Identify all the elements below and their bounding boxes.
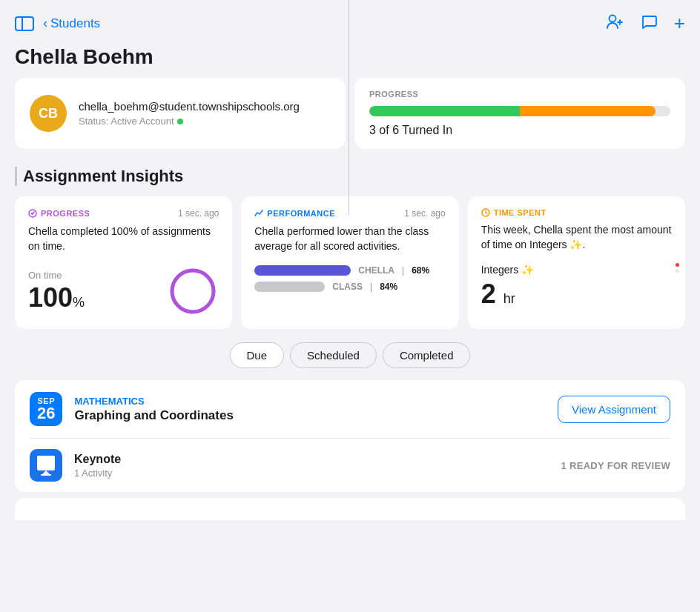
progress-badge-label: PROGRESS <box>41 209 90 218</box>
insight-performance-header: PERFORMANCE 1 sec. ago <box>254 208 445 219</box>
page-title: Chella Boehm <box>0 42 700 78</box>
svg-rect-7 <box>37 456 55 470</box>
activity-row: Keynote 1 Activity 1 READY FOR REVIEW <box>15 439 685 492</box>
assignment-info: MATHEMATICS Graphing and Coordinates <box>74 396 546 423</box>
time-badge-label: TIME SPENT <box>494 208 547 217</box>
assignment-header: SEP 26 MATHEMATICS Graphing and Coordina… <box>15 380 685 438</box>
svg-point-0 <box>609 15 615 21</box>
avatar: CB <box>30 95 67 132</box>
chella-bar-row: CHELLA | 68% <box>254 265 445 276</box>
profile-card: CB chella_boehm@student.townshipschools.… <box>15 78 346 149</box>
svg-marker-8 <box>42 470 50 474</box>
filter-row: Due Scheduled Completed <box>0 329 700 380</box>
progress-desc: Chella completed 100% of assignments on … <box>28 224 219 253</box>
insight-progress-header: PROGRESS 1 sec. ago <box>28 208 219 219</box>
profile-info: chella_boehm@student.townshipschools.org… <box>79 100 300 127</box>
dot-indicator <box>676 263 679 273</box>
section-border: Assignment Insights <box>15 167 685 186</box>
on-time-unit: % <box>73 295 85 310</box>
section-title: Assignment Insights <box>23 167 183 185</box>
progress-card: PROGRESS 3 of 6 Turned In <box>354 78 685 149</box>
performance-timestamp: 1 sec. ago <box>404 208 445 219</box>
insight-performance-card: PERFORMANCE 1 sec. ago Chella performed … <box>241 196 458 329</box>
assignment-title: Graphing and Coordinates <box>74 408 546 423</box>
performance-badge: PERFORMANCE <box>254 209 335 218</box>
vertical-divider <box>349 0 349 215</box>
top-bar-left: ‹ Students <box>15 16 100 31</box>
activity-status: 1 READY FOR REVIEW <box>561 460 670 471</box>
time-unit: hr <box>503 291 515 306</box>
time-detail: Integers ✨ 2 hr <box>481 264 672 310</box>
back-button[interactable]: ‹ Students <box>43 16 100 31</box>
profile-email: chella_boehm@student.townshipschools.org <box>79 100 300 113</box>
time-value: 2 hr <box>481 279 672 310</box>
bottom-hint <box>0 498 700 520</box>
performance-bars: CHELLA | 68% CLASS | 84% <box>254 265 445 292</box>
progress-bar <box>369 106 670 116</box>
keynote-svg <box>35 455 57 476</box>
chat-icon[interactable] <box>640 13 658 34</box>
date-badge: SEP 26 <box>30 392 62 426</box>
screen: ‹ Students + Chella Boehm <box>0 0 700 612</box>
filter-scheduled[interactable]: Scheduled <box>290 342 377 368</box>
svg-rect-9 <box>41 474 51 476</box>
class-bar-row: CLASS | 84% <box>254 282 445 292</box>
insight-time-header: TIME SPENT <box>481 208 672 217</box>
class-label: CLASS <box>332 282 363 292</box>
time-badge: TIME SPENT <box>481 208 547 217</box>
progress-circle-svg <box>167 265 219 317</box>
top-bar-right: + <box>606 12 685 35</box>
on-time-info: On time 100% <box>28 270 85 313</box>
progress-green <box>369 106 520 116</box>
chella-bar <box>254 265 351 276</box>
view-assignment-button[interactable]: View Assignment <box>558 396 670 423</box>
section-header-container: Assignment Insights <box>0 161 700 196</box>
class-pct: 84% <box>380 282 397 292</box>
activity-name: Keynote <box>74 453 549 466</box>
status-text: Status: Active Account <box>79 116 174 127</box>
bottom-card-partial <box>15 498 685 520</box>
dot-2 <box>676 269 679 273</box>
performance-badge-label: PERFORMANCE <box>267 209 335 218</box>
insight-progress-card: PROGRESS 1 sec. ago Chella completed 100… <box>15 196 232 329</box>
progress-timestamp: 1 sec. ago <box>178 208 219 219</box>
chevron-left-icon: ‹ <box>43 16 47 31</box>
info-row: CB chella_boehm@student.townshipschools.… <box>0 78 700 161</box>
back-label: Students <box>50 16 100 31</box>
person-add-icon[interactable] <box>606 13 624 34</box>
time-number: 2 <box>481 279 496 309</box>
on-time-label: On time <box>28 270 85 281</box>
performance-desc: Chella performed lower than the class av… <box>254 224 445 253</box>
progress-badge: PROGRESS <box>28 209 90 218</box>
progress-orange <box>520 106 656 116</box>
insight-time-card: TIME SPENT This week, Chella spent the m… <box>468 196 685 329</box>
insights-row: PROGRESS 1 sec. ago Chella completed 100… <box>0 196 700 329</box>
date-day: 26 <box>37 405 55 422</box>
assignment-section: SEP 26 MATHEMATICS Graphing and Coordina… <box>0 380 700 492</box>
dot-1 <box>676 263 679 267</box>
on-time-value: 100% <box>28 282 85 313</box>
assignment-subject: MATHEMATICS <box>74 396 546 407</box>
on-time-number: 100 <box>28 282 73 313</box>
filter-due[interactable]: Due <box>230 342 285 368</box>
time-topic: Integers ✨ <box>481 264 672 276</box>
add-icon[interactable]: + <box>674 12 685 35</box>
activity-info: Keynote 1 Activity <box>74 453 549 479</box>
progress-circle-row: On time 100% <box>28 265 219 317</box>
progress-summary: 3 of 6 Turned In <box>369 124 670 137</box>
time-desc: This week, Chella spent the most amount … <box>481 223 672 252</box>
activity-icon <box>30 449 62 482</box>
profile-status: Status: Active Account <box>79 116 300 127</box>
activity-count: 1 Activity <box>74 468 549 479</box>
class-bar <box>254 282 325 292</box>
chella-pct: 68% <box>412 265 429 276</box>
status-dot <box>177 119 183 124</box>
svg-point-5 <box>172 270 214 312</box>
assignment-card: SEP 26 MATHEMATICS Graphing and Coordina… <box>15 380 685 492</box>
top-bar: ‹ Students + <box>0 0 700 42</box>
progress-label: PROGRESS <box>369 90 670 99</box>
filter-completed[interactable]: Completed <box>383 342 471 368</box>
sidebar-toggle-icon[interactable] <box>15 16 34 31</box>
chella-label: CHELLA <box>358 265 394 276</box>
